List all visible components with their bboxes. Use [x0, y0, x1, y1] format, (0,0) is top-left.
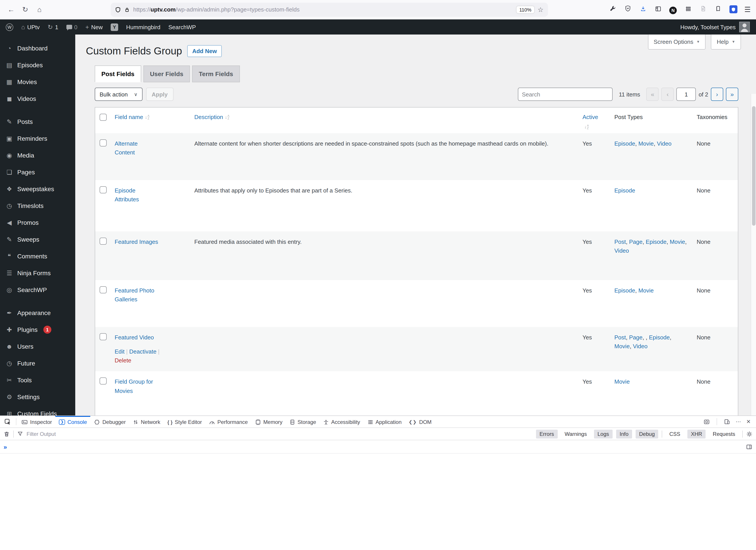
sidebar-item-future[interactable]: ◷Future [0, 355, 75, 372]
reload-icon[interactable]: ↻ [19, 4, 31, 15]
post-type-link[interactable]: Movie [638, 140, 654, 147]
field-name-link[interactable]: Featured Photo Galleries [115, 286, 159, 304]
field-name-link[interactable]: Field Group for Movies [115, 378, 159, 395]
field-name-link[interactable]: Featured Video [115, 333, 154, 342]
first-page-button[interactable]: « [646, 88, 659, 101]
help-button[interactable]: Help▼ [711, 35, 741, 50]
console-output-area[interactable] [0, 453, 756, 550]
sidebar-panel-icon[interactable] [653, 4, 663, 14]
post-type-link[interactable]: Video [633, 343, 648, 349]
page-scrollbar[interactable] [751, 94, 756, 415]
devtools-tab-accessibility[interactable]: Accessibility [320, 416, 364, 427]
filter-button-debug[interactable]: Debug [636, 429, 658, 438]
sidebar-item-users[interactable]: ☻Users [0, 338, 75, 355]
tab-post-fields[interactable]: Post Fields [95, 66, 141, 82]
row-checkbox[interactable] [100, 186, 107, 193]
tab-user-fields[interactable]: User Fields [143, 66, 190, 82]
adminbar-item-searchwp[interactable]: SearchWP [164, 19, 200, 35]
field-name-link[interactable]: Episode Attributes [115, 186, 159, 204]
console-input-row[interactable]: » [0, 440, 756, 453]
post-type-link[interactable]: Page [629, 334, 643, 341]
toggle-sidebar-icon[interactable] [746, 444, 752, 450]
sidebar-item-reminders[interactable]: ▣Reminders [0, 130, 75, 147]
sort-link-active[interactable]: Active [582, 114, 598, 120]
account-menu[interactable]: Howdy, Toolset Types [680, 22, 754, 32]
dots-icon[interactable]: ⋯ [736, 419, 741, 424]
scrollbar-thumb[interactable] [752, 106, 755, 226]
responsive-icon[interactable] [724, 419, 730, 425]
sidebar-item-plugins[interactable]: ✚Plugins1 [0, 321, 75, 338]
devtools-tab-memory[interactable]: Memory [251, 416, 286, 427]
updates-menu[interactable]: ↻1 [44, 19, 62, 35]
sidebar-item-videos[interactable]: ◼Videos [0, 90, 75, 107]
post-type-link[interactable]: Movie [638, 287, 654, 294]
sidebar-item-promos[interactable]: ◀Promos [0, 214, 75, 231]
devtools-tab-console[interactable]: ❯Console [56, 416, 91, 427]
back-icon[interactable]: ← [5, 4, 17, 15]
sidebar-item-pages[interactable]: ❏Pages [0, 164, 75, 181]
post-type-link[interactable]: Episode [614, 187, 635, 194]
next-page-button[interactable]: › [711, 88, 723, 101]
filter-button-css[interactable]: CSS [666, 429, 684, 438]
sidebar-item-ninja-forms[interactable]: ☰Ninja Forms [0, 265, 75, 281]
wrench-icon[interactable] [608, 4, 618, 14]
clear-console-icon[interactable] [4, 431, 10, 437]
prev-page-button[interactable]: ‹ [661, 88, 674, 101]
site-name-menu[interactable]: ⌂UPtv [17, 19, 44, 35]
row-action-delete[interactable]: Delete [115, 357, 131, 364]
sidebar-item-custom-fields[interactable]: ⊞Custom Fields [0, 405, 75, 415]
url-bar[interactable]: https://uptv.com/wp-admin/admin.php?page… [111, 2, 548, 17]
sidebar-item-settings[interactable]: ⚙Settings [0, 388, 75, 405]
bulk-action-select[interactable]: Bulk action∨ [95, 88, 142, 101]
search-input[interactable] [518, 88, 613, 101]
current-page-input[interactable] [677, 88, 696, 101]
devtools-tab-storage[interactable]: Storage [286, 416, 320, 427]
devtools-tab-network[interactable]: Network [129, 416, 164, 427]
row-checkbox[interactable] [100, 286, 107, 293]
sidebar-item-episodes[interactable]: ▤Episodes [0, 57, 75, 73]
sidebar-item-timeslots[interactable]: ◷Timeslots [0, 197, 75, 214]
book-icon[interactable] [713, 4, 723, 14]
bookmark-star-icon[interactable]: ☆ [538, 6, 544, 13]
home-icon[interactable]: ⌂ [34, 4, 45, 15]
close-icon[interactable]: ✕ [746, 419, 751, 424]
row-checkbox[interactable] [100, 378, 107, 385]
screen-options-button[interactable]: Screen Options▼ [648, 35, 706, 50]
camera-icon[interactable] [703, 419, 710, 425]
select-all-checkbox[interactable] [100, 114, 107, 121]
post-type-link[interactable]: Movie [670, 239, 685, 245]
console-settings-gear-icon[interactable] [746, 431, 752, 437]
row-checkbox[interactable] [100, 333, 107, 340]
lock-icon[interactable] [124, 6, 130, 13]
sort-link-description[interactable]: Description↓AZ [194, 114, 229, 120]
wp-logo-menu[interactable]: W [2, 19, 17, 35]
sidebar-item-media[interactable]: ◉Media [0, 147, 75, 164]
post-type-link[interactable]: Movie [614, 378, 630, 385]
filter-button-xhr[interactable]: XHR [687, 429, 706, 438]
post-type-link[interactable]: Video [614, 247, 629, 254]
field-name-link[interactable]: Alternate Content [115, 139, 159, 157]
post-type-link[interactable]: Post [614, 334, 626, 341]
document-icon[interactable] [698, 4, 708, 14]
sidebar-item-searchwp[interactable]: ◎SearchWP [0, 281, 75, 298]
sidebar-item-posts[interactable]: ✎Posts [0, 113, 75, 130]
post-type-link[interactable]: Episode [646, 239, 667, 245]
post-type-link[interactable]: Episode [614, 287, 635, 294]
row-checkbox[interactable] [100, 139, 107, 147]
filter-button-requests[interactable]: Requests [709, 429, 739, 438]
pick-element-icon[interactable] [1, 416, 15, 427]
comments-menu[interactable]: 0 [62, 19, 81, 35]
n-circle-icon[interactable]: N [668, 6, 678, 15]
sidebar-item-movies[interactable]: ▦Movies [0, 73, 75, 90]
menu-icon[interactable]: ☰ [744, 6, 751, 13]
sort-link-field-name[interactable]: Field name↓AZ [115, 114, 149, 120]
fence-icon[interactable] [683, 4, 693, 14]
filter-button-logs[interactable]: Logs [594, 429, 613, 438]
devtools-tab-dom[interactable]: ❮❯DOM [405, 416, 435, 427]
post-type-link[interactable]: Episode [649, 334, 670, 341]
post-type-link[interactable]: Movie [614, 343, 630, 349]
devtools-tab-inspector[interactable]: Inspector [18, 416, 56, 427]
add-new-button[interactable]: Add New [187, 45, 222, 57]
sidebar-item-dashboard[interactable]: ◔Dashboard [0, 40, 75, 57]
shield-check-icon[interactable] [623, 4, 633, 14]
